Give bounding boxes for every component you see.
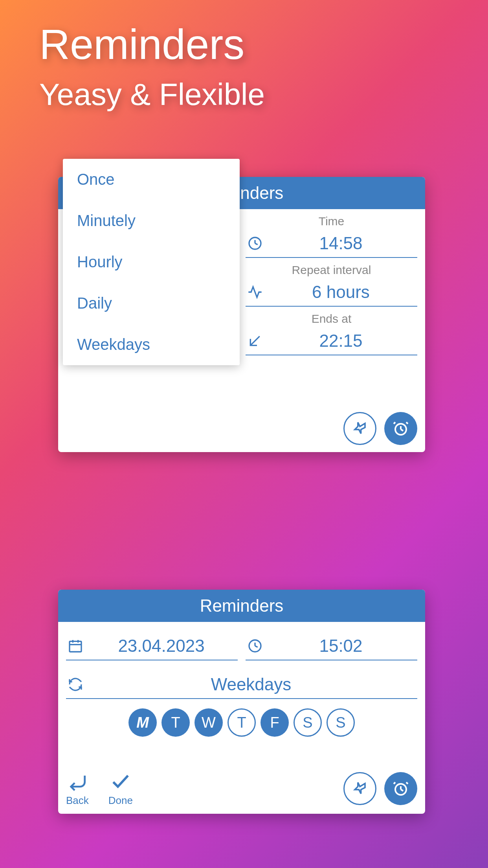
weekday-toggle-6[interactable]: S bbox=[327, 708, 355, 737]
hero-title: Reminders bbox=[39, 20, 488, 69]
dropdown-item-once[interactable]: Once bbox=[63, 159, 240, 200]
svg-rect-13 bbox=[70, 641, 81, 652]
reminder-card-2: Reminders 23.04.2023 15:02 bbox=[58, 590, 425, 814]
weekdays-row: MTWTFSS bbox=[58, 708, 425, 737]
ends-value: 22:15 bbox=[264, 331, 417, 351]
calendar-icon bbox=[66, 636, 85, 655]
done-button[interactable]: Done bbox=[108, 770, 133, 807]
alarm-button[interactable] bbox=[384, 772, 417, 805]
time-value: 14:58 bbox=[264, 234, 417, 253]
clock-icon bbox=[246, 636, 264, 655]
ends-label: Ends at bbox=[246, 312, 417, 326]
pin-button[interactable] bbox=[343, 772, 376, 805]
svg-line-11 bbox=[394, 422, 395, 424]
type-value: Weekdays bbox=[85, 675, 417, 694]
interval-value: 6 hours bbox=[264, 282, 417, 302]
interval-label: Repeat interval bbox=[246, 263, 417, 277]
svg-line-19 bbox=[255, 646, 258, 647]
time-label: Time bbox=[246, 215, 417, 228]
time-field[interactable]: 15:02 bbox=[246, 622, 417, 660]
weekday-toggle-3[interactable]: T bbox=[227, 708, 256, 737]
date-field[interactable]: 23.04.2023 bbox=[66, 622, 238, 660]
repeat-icon bbox=[66, 675, 85, 694]
clock-icon bbox=[246, 234, 264, 253]
type-dropdown: Once Minutely Hourly Daily Weekdays bbox=[63, 159, 240, 365]
dropdown-item-hourly[interactable]: Hourly bbox=[63, 241, 240, 283]
svg-line-22 bbox=[401, 789, 403, 791]
back-button[interactable]: Back bbox=[66, 770, 89, 807]
svg-line-23 bbox=[394, 782, 395, 784]
time-value: 15:02 bbox=[264, 636, 417, 656]
time-field[interactable]: Time 14:58 bbox=[246, 209, 417, 258]
svg-line-10 bbox=[401, 429, 403, 431]
weekday-toggle-1[interactable]: T bbox=[161, 708, 190, 737]
hero-subtitle: Yeasy & Flexible bbox=[39, 77, 488, 112]
pulse-icon bbox=[246, 283, 264, 302]
done-label: Done bbox=[108, 794, 133, 807]
dropdown-item-minutely[interactable]: Minutely bbox=[63, 200, 240, 241]
weekday-toggle-2[interactable]: W bbox=[194, 708, 223, 737]
type-field[interactable]: Weekdays bbox=[66, 660, 417, 699]
arrow-down-left-icon bbox=[246, 331, 264, 350]
pin-button[interactable] bbox=[343, 412, 376, 445]
interval-field[interactable]: Repeat interval 6 hours bbox=[246, 258, 417, 307]
weekday-toggle-5[interactable]: S bbox=[294, 708, 322, 737]
weekday-toggle-0[interactable]: M bbox=[128, 708, 157, 737]
svg-line-12 bbox=[406, 422, 408, 424]
svg-line-6 bbox=[255, 243, 258, 245]
weekday-toggle-4[interactable]: F bbox=[261, 708, 289, 737]
svg-line-7 bbox=[250, 336, 259, 345]
back-label: Back bbox=[66, 794, 89, 807]
card-header: Reminders bbox=[58, 590, 425, 622]
dropdown-item-daily[interactable]: Daily bbox=[63, 283, 240, 324]
ends-field[interactable]: Ends at 22:15 bbox=[246, 307, 417, 355]
alarm-button[interactable] bbox=[384, 412, 417, 445]
svg-line-24 bbox=[406, 782, 408, 784]
date-value: 23.04.2023 bbox=[85, 636, 238, 656]
dropdown-item-weekdays[interactable]: Weekdays bbox=[63, 324, 240, 365]
